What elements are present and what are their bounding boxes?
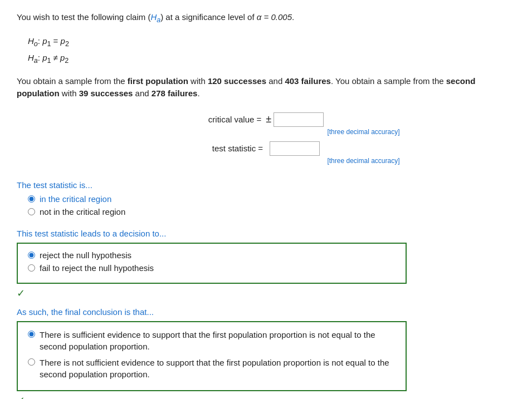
pm-sign: ±: [266, 114, 271, 125]
radio-in-critical[interactable]: [28, 195, 35, 203]
test-statistic-row: test statistic =: [212, 141, 320, 156]
radio-not-critical-item: not in the critical region: [28, 207, 515, 216]
decision-question: This test statistic leads to a decision …: [17, 229, 515, 238]
region-section: The test statistic is... in the critical…: [17, 180, 515, 216]
critical-value-hint-row: [three decimal accuracy]: [133, 128, 400, 141]
radio-not-sufficient-item: There is not sufficient evidence to supp…: [28, 357, 398, 380]
radio-not-sufficient-label[interactable]: There is not sufficient evidence to supp…: [40, 357, 398, 380]
decision-section: This test statistic leads to a decision …: [17, 229, 515, 299]
critical-value-input[interactable]: [274, 112, 324, 127]
hypotheses-block: Ho: p1 = p2 Ha: p1 ≠ p2: [28, 33, 515, 67]
radio-not-critical[interactable]: [28, 208, 35, 215]
test-statistic-hint: [three decimal accuracy]: [327, 157, 399, 165]
conclusion-question: As such, the final conclusion is that...: [17, 307, 515, 317]
conclusion-section: As such, the final conclusion is that...…: [17, 307, 515, 399]
decision-box: reject the null hypothesis fail to rejec…: [17, 243, 407, 284]
critical-value-hint: [three decimal accuracy]: [327, 128, 399, 136]
test-statistic-label: test statistic =: [212, 144, 263, 153]
ha-ref: Ha: [150, 12, 160, 22]
radio-not-critical-label[interactable]: not in the critical region: [40, 207, 125, 216]
radio-fail[interactable]: [28, 264, 35, 272]
radio-reject[interactable]: [28, 252, 35, 259]
radio-reject-item: reject the null hypothesis: [28, 250, 398, 260]
intro-paragraph: You wish to test the following claim (Ha…: [17, 11, 515, 26]
radio-fail-label[interactable]: fail to reject the null hypothesis: [40, 263, 154, 273]
h0-line: Ho: p1 = p2: [28, 33, 515, 51]
conclusion-radio-group: There is sufficient evidence to support …: [28, 329, 398, 380]
region-radio-group: in the critical region not in the critic…: [28, 194, 515, 216]
radio-in-critical-label[interactable]: in the critical region: [40, 194, 111, 204]
radio-reject-label[interactable]: reject the null hypothesis: [40, 250, 131, 260]
region-question: The test statistic is...: [17, 180, 515, 190]
critical-value-row: critical value = ±: [208, 112, 324, 127]
form-section: critical value = ± [three decimal accura…: [17, 112, 515, 170]
decision-checkmark: ✓: [17, 287, 515, 299]
conclusion-checkmark: ✓: [17, 395, 515, 399]
radio-sufficient[interactable]: [28, 331, 35, 338]
sample-description: You obtain a sample from the first popul…: [17, 75, 515, 100]
test-statistic-hint-row: [three decimal accuracy]: [133, 157, 400, 170]
test-statistic-input[interactable]: [270, 141, 320, 156]
critical-value-label: critical value =: [208, 115, 261, 124]
radio-not-sufficient[interactable]: [28, 358, 35, 366]
radio-sufficient-item: There is sufficient evidence to support …: [28, 329, 398, 352]
radio-fail-item: fail to reject the null hypothesis: [28, 263, 398, 273]
conclusion-box: There is sufficient evidence to support …: [17, 321, 407, 391]
decision-radio-group: reject the null hypothesis fail to rejec…: [28, 250, 398, 273]
ha-line: Ha: p1 ≠ p2: [28, 50, 515, 67]
radio-in-critical-item: in the critical region: [28, 194, 515, 204]
alpha-value: α = 0.005: [257, 12, 292, 22]
radio-sufficient-label[interactable]: There is sufficient evidence to support …: [40, 329, 398, 352]
